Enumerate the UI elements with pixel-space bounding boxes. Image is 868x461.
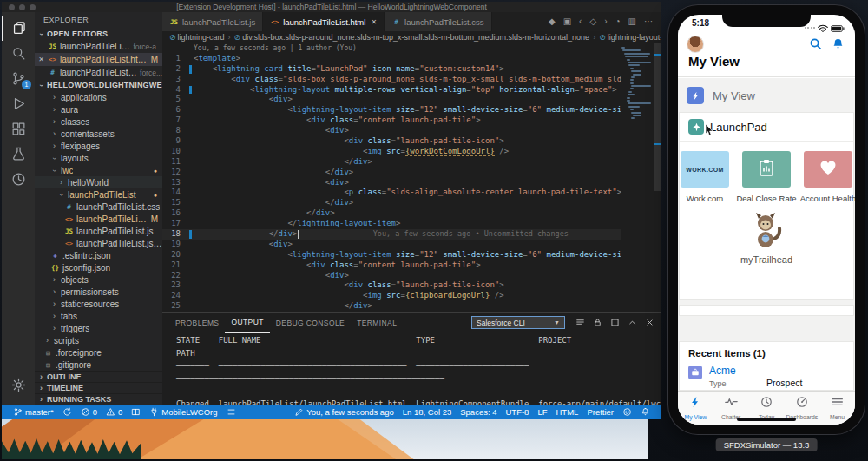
code-editor[interactable]: You, a few seconds ago | 1 author (You)1…	[162, 43, 661, 312]
tree-item-lwc[interactable]: ›lwc●	[35, 164, 162, 176]
panel-tab-terminal[interactable]: TERMINAL	[351, 313, 403, 333]
tree-item-launchpadtilelist-js-meta-x[interactable]: <>launchPadTileList.js-meta.x...	[35, 237, 162, 249]
tab-launchpadtilelist-css[interactable]: #launchPadTileList.css	[385, 12, 492, 31]
code-line[interactable]: 19 <div>	[162, 240, 621, 250]
status-bell[interactable]	[636, 407, 654, 417]
panel-tab-problems[interactable]: PROBLEMS	[169, 313, 225, 333]
status-utf-8[interactable]: UTF-8	[501, 407, 533, 417]
panel-tab-debug-console[interactable]: DEBUG CONSOLE	[270, 313, 351, 333]
code-line[interactable]: 7 <div class="content launch-pad-tile">	[162, 115, 621, 126]
tree-item-tabs[interactable]: ›tabs	[35, 310, 162, 322]
code-line[interactable]: 23 <div class="launch-pad-tile-icon">	[162, 280, 621, 291]
mytrailhead-mascot[interactable]	[751, 211, 782, 253]
code-line[interactable]: 25 </div>	[162, 301, 621, 312]
tree-item-staticresources[interactable]: ›staticresources	[35, 298, 162, 310]
launchpad-tile-work-com[interactable]: WORK.COMWork.com	[681, 151, 729, 203]
tree-item-launchpadtilelist-html[interactable]: <>launchPadTileList.htmlM	[35, 213, 162, 225]
next-change-icon[interactable]: ›	[604, 17, 607, 26]
home-indicator[interactable]	[737, 418, 796, 421]
status-you-a-few-seconds-ago[interactable]: You, a few seconds ago	[290, 407, 398, 417]
breadcrumb-item[interactable]: ⊘lightning-card	[169, 33, 225, 42]
tree-item-flexipages[interactable]: ›flexipages	[35, 140, 162, 152]
tree-item-permissionsets[interactable]: ›permissionsets	[35, 286, 162, 298]
open-in-editor-icon[interactable]	[610, 315, 620, 331]
code-line[interactable]: 5 <div>	[162, 95, 621, 105]
screenshot-icon[interactable]: ▣	[563, 17, 571, 26]
activity-run-debug-icon[interactable]	[2, 91, 35, 116]
activity-history-icon[interactable]	[2, 167, 35, 192]
code-line[interactable]: 22 <div>	[162, 271, 621, 281]
recent-item-link[interactable]: Acme	[709, 365, 736, 377]
open-changes-icon[interactable]: ◇	[589, 17, 596, 26]
code-line[interactable]: 20 <lightning-layout-item size="12" smal…	[162, 250, 621, 260]
tree-item-applications[interactable]: ›applications	[35, 91, 162, 103]
code-line[interactable]: 8 <div>	[162, 126, 621, 136]
tree-item-aura[interactable]: ›aura	[35, 103, 162, 115]
timeline-icon[interactable]: ◔	[615, 17, 621, 26]
activity-extensions-icon[interactable]	[2, 116, 35, 142]
code-line[interactable]: 15 </div>	[162, 198, 621, 208]
open-editors-header[interactable]: › OPEN EDITORS	[35, 28, 162, 40]
activity-test-icon[interactable]	[2, 142, 35, 167]
breadcrumb-item[interactable]: ⊘lightning-layout-...	[599, 33, 661, 42]
code-line[interactable]: 4 <lightning-layout multiple-rows vertic…	[162, 85, 621, 95]
phone-tab-menu[interactable]: Menu	[819, 392, 855, 425]
panel-tab-output[interactable]: OUTPUT	[225, 313, 269, 333]
lock-scroll-icon[interactable]	[593, 315, 602, 331]
code-line[interactable]: 18 </div>You, a few seconds ago • Uncomm…	[162, 229, 621, 240]
close-icon[interactable]: ✕	[37, 56, 45, 63]
tree-item-launchpadtilelist-js[interactable]: JSlaunchPadTileList.js	[35, 225, 162, 237]
code-line[interactable]: 13 <div>	[162, 178, 621, 188]
tree-item-classes[interactable]: ›classes	[35, 115, 162, 128]
status-feedback[interactable]	[618, 407, 636, 417]
editor-scrollbar[interactable]	[654, 43, 661, 312]
tree-item-jsconfig-json[interactable]: {}jsconfig.json	[35, 261, 162, 273]
status-master[interactable]: master*	[9, 407, 58, 417]
split-editor-icon[interactable]: ▥	[628, 17, 636, 26]
status-lf[interactable]: LF	[533, 407, 551, 417]
status-sync[interactable]	[58, 407, 76, 417]
settings-icon[interactable]	[2, 372, 35, 398]
status-ln-18-col-23[interactable]: Ln 18, Col 23	[398, 407, 457, 417]
more-actions-icon[interactable]: ···	[644, 17, 653, 26]
output-channel-select[interactable]: Salesforce CLI ▼	[471, 316, 565, 329]
status-mobilelwcorg[interactable]: MobileLWCOrg	[145, 407, 221, 417]
code-line[interactable]: 16 </div>	[162, 208, 621, 219]
status-layout[interactable]	[127, 407, 145, 417]
code-line[interactable]: 21 <div class="content launch-pad-tile">	[162, 260, 621, 271]
activity-search-icon[interactable]	[2, 41, 35, 66]
avatar[interactable]	[687, 36, 704, 53]
launchpad-tile-deal-close-rate[interactable]: Deal Close Rate	[742, 151, 791, 203]
maximize-panel-icon[interactable]	[628, 315, 637, 331]
tree-item-launchpadtilelist-css[interactable]: #launchPadTileList.css	[35, 201, 162, 213]
launchpad-tile-account-health[interactable]: Account Health	[804, 151, 852, 203]
tree-item-launchpadtilelist[interactable]: ›launchPadTileList●	[35, 188, 162, 201]
open-editor-launchpadtilelist-css[interactable]: #launchPadTileList.cssforce...	[35, 66, 162, 79]
tree-item-objects[interactable]: ›objects	[35, 273, 162, 286]
breadcrumb-item[interactable]: ⊘div.slds-box.slds-p-around_none.slds-m-…	[234, 33, 590, 42]
activity-explorer-icon[interactable]	[2, 16, 35, 41]
tree-item-eslintrc-json[interactable]: ◈.eslintrc.json	[35, 249, 162, 261]
bell-icon[interactable]	[832, 37, 845, 54]
section-outline[interactable]: ›OUTLINE	[35, 371, 162, 382]
code-line[interactable]: 2 <lightning-card title="LaunchPad" icon…	[162, 64, 621, 75]
tree-item-gitignore[interactable]: ▤.gitignore	[35, 359, 162, 371]
status-prettier[interactable]: Prettier	[582, 407, 618, 417]
tree-item-helloworld[interactable]: ›helloWorld	[35, 176, 162, 188]
close-icon[interactable]: ✕	[371, 18, 377, 26]
code-line[interactable]: 24 <img src={clipboardLogoUrl} />	[162, 291, 621, 301]
code-line[interactable]: 6 <lightning-layout-item size="12" small…	[162, 105, 621, 115]
code-line[interactable]: 12 </div>	[162, 168, 621, 178]
status-html[interactable]: HTML	[552, 407, 583, 417]
activity-source-control-icon[interactable]: 1	[2, 66, 35, 91]
tab-launchpadtilelist-js[interactable]: JSlaunchPadTileList.js	[162, 12, 263, 31]
search-icon[interactable]	[809, 37, 822, 54]
scrollbar-thumb[interactable]	[654, 43, 661, 191]
section-running-tasks[interactable]: ›RUNNING TASKS	[35, 393, 162, 405]
tree-item-scripts[interactable]: ›scripts	[35, 334, 162, 346]
code-line[interactable]: 9 <div class="launch-pad-tile-icon">	[162, 136, 621, 147]
sfdx-preview-icon[interactable]: ◆	[549, 17, 556, 26]
status-0[interactable]: 0	[102, 407, 127, 417]
open-editor-launchpadtilelist-htm[interactable]: ✕<>launchPadTileList.htm...M	[35, 53, 162, 66]
close-panel-icon[interactable]	[645, 315, 654, 331]
